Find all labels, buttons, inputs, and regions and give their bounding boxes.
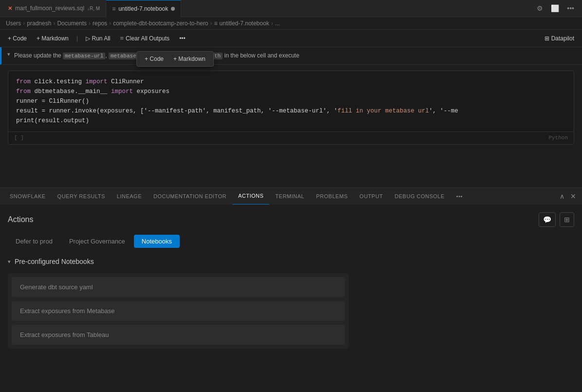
code-cell[interactable]: from click.testing import CliRunner from…	[8, 71, 574, 145]
section-collapse-icon: ▾	[8, 259, 11, 265]
tab-notebook-label: untitled-7.notebook	[118, 5, 168, 12]
code-line-4: result = runner.invoke(exposures, ['--ma…	[16, 106, 566, 116]
add-code-button[interactable]: + Code	[4, 33, 31, 44]
actions-grid-button[interactable]: ⊞	[560, 212, 574, 227]
breadcrumb-documents[interactable]: Documents	[57, 20, 87, 27]
settings-icon[interactable]: ⚙	[535, 2, 545, 14]
tab-notebook[interactable]: ≡ untitled-7.notebook	[106, 0, 181, 17]
panel-tab-actions: ∧ ✕	[558, 190, 578, 202]
code-line-5: print(result.output)	[16, 116, 566, 126]
tab-debug-console[interactable]: DEBUG CONSOLE	[389, 188, 450, 205]
breadcrumb-notebook-file[interactable]: untitled-7.notebook	[220, 20, 269, 27]
code-line-1: from click.testing import CliRunner	[16, 77, 566, 87]
breadcrumb-repos[interactable]: repos	[93, 20, 107, 27]
actions-panel: Actions 💬 ⊞ Defer to prod Project Govern…	[0, 205, 582, 392]
floating-toolbar: + Code + Markdown	[136, 51, 214, 67]
notebook-toolbar: + Code + Markdown | ▷ Run All ≡ Clear Al…	[0, 30, 582, 47]
cell-footer: [ ] Python	[8, 131, 574, 145]
datapilot-icon: ⊞	[544, 35, 549, 42]
more-toolbar-label: •••	[179, 35, 186, 42]
datapilot-label: Datapilot	[551, 35, 574, 42]
breadcrumb-users[interactable]: Users	[6, 20, 21, 27]
action-subtabs: Defer to prod Project Governance Noteboo…	[8, 235, 574, 248]
panel-close-button[interactable]: ✕	[568, 190, 578, 202]
notebook-card-2-label: Extract exposures from Tableau	[20, 331, 109, 338]
floating-add-markdown-label: + Markdown	[173, 56, 206, 62]
notebook-card-0-label: Generate dbt source yaml	[20, 283, 93, 291]
layout-icon[interactable]: ⬜	[549, 2, 561, 14]
more-options-icon[interactable]: •••	[565, 2, 576, 14]
breadcrumb-project[interactable]: complete-dbt-bootcamp-zero-to-hero	[113, 20, 208, 27]
app-window: ✕ mart_fullmoon_reviews.sql ↓R, M ≡ unti…	[0, 0, 582, 392]
tab-problems[interactable]: PROBLEMS	[310, 188, 354, 205]
tab-snowflake[interactable]: SNOWFLAKE	[4, 188, 52, 205]
datapilot-button[interactable]: ⊞ Datapilot	[541, 33, 578, 44]
clear-icon: ≡	[120, 35, 124, 42]
toolbar-separator: |	[76, 35, 78, 42]
panel-section: SNOWFLAKE QUERY RESULTS LINEAGE DOCUMENT…	[0, 187, 582, 392]
notebook-cards: Generate dbt source yaml Extract exposur…	[8, 273, 349, 349]
breadcrumb-ellipsis[interactable]: ...	[275, 20, 280, 27]
breadcrumb-notebook-icon: ≡	[214, 20, 218, 27]
actions-chat-button[interactable]: 💬	[539, 212, 556, 227]
subtab-notebooks[interactable]: Notebooks	[134, 235, 180, 248]
cell-language: Python	[548, 134, 568, 143]
floating-add-code-label: + Code	[145, 56, 164, 62]
more-toolbar-button[interactable]: •••	[175, 33, 189, 44]
subtab-defer-to-prod[interactable]: Defer to prod	[8, 235, 60, 248]
notebook-card-2[interactable]: Extract exposures from Tableau	[12, 325, 345, 345]
clear-all-button[interactable]: ≡ Clear All Outputs	[116, 33, 173, 44]
clear-all-label: Clear All Outputs	[126, 35, 169, 42]
tab-sql-label: mart_fullmoon_reviews.sql	[15, 5, 84, 12]
actions-header: Actions 💬 ⊞	[8, 212, 574, 227]
info-collapse-button[interactable]: ▾	[7, 51, 14, 57]
code-cell-content: from click.testing import CliRunner from…	[8, 71, 574, 131]
panel-tabs: SNOWFLAKE QUERY RESULTS LINEAGE DOCUMENT…	[0, 187, 582, 205]
notebook-card-0[interactable]: Generate dbt source yaml	[12, 277, 345, 297]
floating-add-code-button[interactable]: + Code	[141, 54, 168, 64]
notebook-icon: ≡	[112, 5, 115, 12]
cell-number: [ ]	[14, 134, 24, 143]
tab-documentation-editor[interactable]: DOCUMENTATION EDITOR	[148, 188, 232, 205]
tab-bar-actions: ⚙ ⬜ •••	[535, 2, 580, 14]
notebook-card-1[interactable]: Extract exposures from Metabase	[12, 301, 345, 321]
code-line-2: from dbtmetabase.__main__ import exposur…	[16, 87, 566, 96]
floating-add-markdown-button[interactable]: + Markdown	[169, 54, 209, 64]
panel-collapse-button[interactable]: ∧	[558, 190, 566, 202]
add-markdown-button[interactable]: + Markdown	[33, 33, 73, 44]
breadcrumb-pradnesh[interactable]: pradnesh	[27, 20, 51, 27]
tab-query-results[interactable]: QUERY RESULTS	[52, 188, 111, 205]
add-code-label: + Code	[8, 35, 27, 42]
run-all-label: ▷ Run All	[86, 35, 110, 42]
tab-output[interactable]: OUTPUT	[354, 188, 389, 205]
actions-header-icons: 💬 ⊞	[539, 212, 574, 227]
sql-icon: ✕	[8, 5, 12, 12]
tab-terminal[interactable]: TERMINAL	[269, 188, 310, 205]
info-text: Please update the metabase-url, metabase…	[14, 51, 576, 60]
tab-bar: ✕ mart_fullmoon_reviews.sql ↓R, M ≡ unti…	[0, 0, 582, 17]
subtab-project-governance[interactable]: Project Governance	[61, 235, 133, 248]
add-markdown-label: + Markdown	[37, 35, 69, 42]
notebook-info-bar: ▾ Please update the metabase-url, metaba…	[0, 47, 582, 65]
run-all-button[interactable]: ▷ Run All	[82, 33, 114, 44]
tab-sql-badges: ↓R, M	[87, 6, 100, 11]
actions-title: Actions	[8, 215, 33, 224]
code-line-3: runner = CliRunner()	[16, 96, 566, 106]
section-header[interactable]: ▾ Pre-configured Notebooks	[8, 258, 574, 265]
tab-actions[interactable]: ACTIONS	[232, 188, 269, 205]
tab-sql[interactable]: ✕ mart_fullmoon_reviews.sql ↓R, M	[2, 0, 106, 17]
section-title: Pre-configured Notebooks	[15, 258, 94, 265]
breadcrumb: Users › pradnesh › Documents › repos › c…	[0, 17, 582, 30]
tab-more[interactable]: •••	[451, 188, 469, 205]
unsaved-indicator	[171, 7, 175, 11]
notebook-card-1-label: Extract exposures from Metabase	[20, 307, 114, 315]
info-code1: metabase-url	[63, 53, 105, 59]
tab-lineage[interactable]: LINEAGE	[111, 188, 148, 205]
editor-section: + Code + Markdown | ▷ Run All ≡ Clear Al…	[0, 30, 582, 187]
